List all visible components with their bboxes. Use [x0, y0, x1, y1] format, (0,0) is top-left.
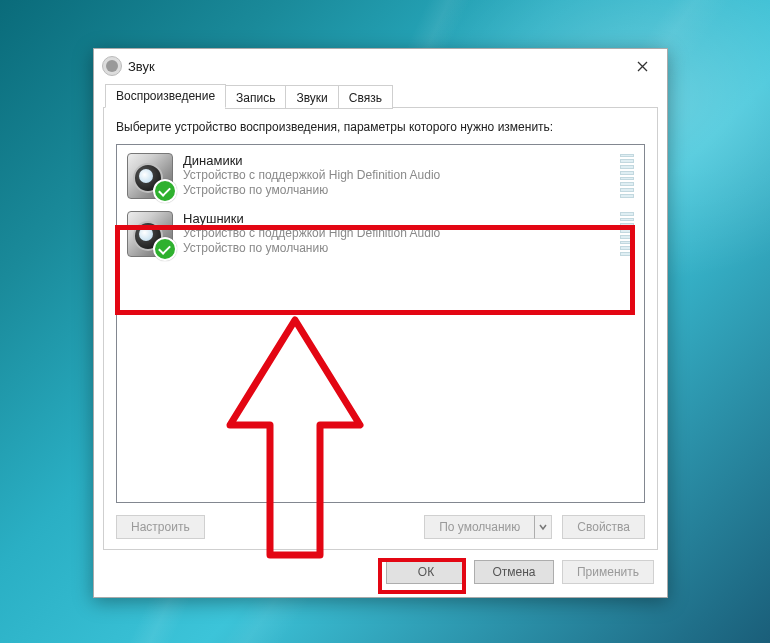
default-check-icon — [153, 237, 177, 261]
device-name: Наушники — [183, 211, 610, 226]
default-check-icon — [153, 179, 177, 203]
set-default-split-button[interactable]: По умолчанию — [424, 515, 552, 539]
properties-button[interactable]: Свойства — [562, 515, 645, 539]
tab-playback[interactable]: Воспроизведение — [105, 84, 226, 108]
ok-button[interactable]: ОК — [386, 560, 466, 584]
device-desc: Устройство с поддержкой High Definition … — [183, 168, 610, 184]
cancel-button[interactable]: Отмена — [474, 560, 554, 584]
sound-title-icon — [102, 56, 122, 76]
titlebar[interactable]: Звук — [94, 49, 667, 83]
configure-button[interactable]: Настроить — [116, 515, 205, 539]
device-list[interactable]: Динамики Устройство с поддержкой High De… — [116, 144, 645, 503]
set-default-dropdown[interactable] — [534, 515, 552, 539]
tab-sounds[interactable]: Звуки — [285, 85, 338, 109]
tab-record[interactable]: Запись — [225, 85, 286, 109]
close-button[interactable] — [621, 52, 663, 80]
sound-dialog: Звук Воспроизведение Запись Звуки Связь … — [93, 48, 668, 598]
close-icon — [637, 61, 648, 72]
device-name: Динамики — [183, 153, 610, 168]
apply-button[interactable]: Применить — [562, 560, 654, 584]
level-meter — [620, 154, 634, 198]
speaker-icon — [127, 153, 173, 199]
tabstrip: Воспроизведение Запись Звуки Связь — [103, 84, 658, 108]
device-row-speakers[interactable]: Динамики Устройство с поддержкой High De… — [119, 147, 642, 205]
device-status: Устройство по умолчанию — [183, 183, 610, 199]
instruction-text: Выберите устройство воспроизведения, пар… — [116, 120, 645, 136]
tab-panel-playback: Выберите устройство воспроизведения, пар… — [103, 107, 658, 550]
device-desc: Устройство с поддержкой High Definition … — [183, 226, 610, 242]
device-status: Устройство по умолчанию — [183, 241, 610, 257]
device-row-headphones[interactable]: Наушники Устройство с поддержкой High De… — [119, 205, 642, 263]
dialog-footer: ОК Отмена Применить — [103, 550, 658, 588]
speaker-icon — [127, 211, 173, 257]
chevron-down-icon — [539, 523, 547, 531]
level-meter — [620, 212, 634, 256]
window-title: Звук — [128, 59, 621, 74]
tab-comms[interactable]: Связь — [338, 85, 393, 109]
set-default-button[interactable]: По умолчанию — [424, 515, 534, 539]
